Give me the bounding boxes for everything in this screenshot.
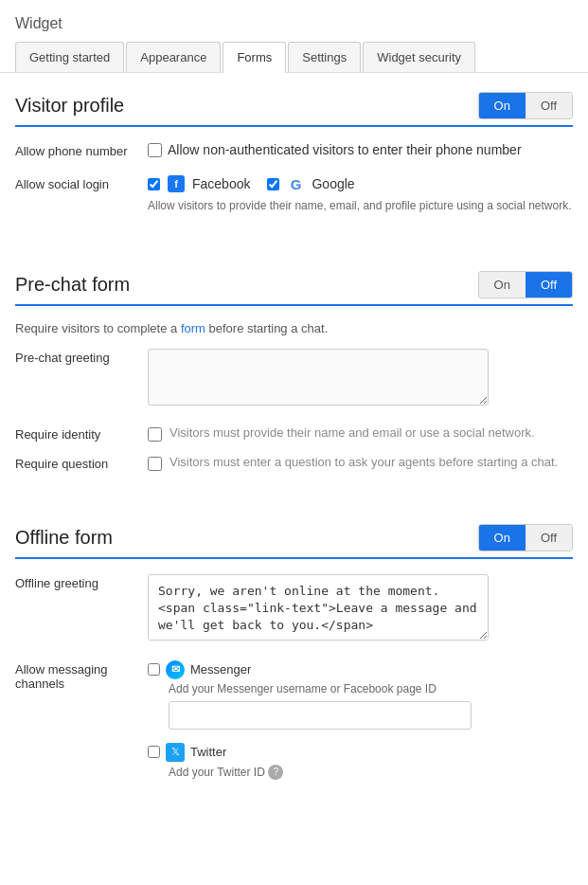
pre-chat-section: Pre-chat form On Off Require visitors to…: [15, 271, 573, 496]
visitor-profile-header: Visitor profile On Off: [15, 92, 573, 127]
facebook-checkbox[interactable]: [148, 178, 160, 190]
twitter-checkbox[interactable]: [148, 746, 160, 758]
visitor-profile-toggle-on[interactable]: On: [479, 93, 526, 118]
messenger-channel-item: ✉ Messenger Add your Messenger username …: [148, 660, 573, 730]
allow-phone-checkbox[interactable]: [148, 143, 162, 157]
allow-messaging-label: Allow messaging channels: [15, 660, 148, 691]
pre-chat-greeting-row: Pre-chat greeting: [15, 349, 573, 408]
google-label: Google: [312, 176, 354, 191]
visitor-profile-toggle: On Off: [478, 92, 573, 119]
tab-settings[interactable]: Settings: [288, 42, 361, 72]
require-question-desc: Visitors must enter a question to ask yo…: [148, 455, 573, 471]
require-question-label: Require question: [15, 455, 148, 471]
pre-chat-note: Require visitors to complete a form befo…: [15, 321, 573, 335]
pre-chat-greeting-control: [148, 349, 573, 408]
page-title: Widget: [15, 15, 62, 31]
visitor-profile-section: Visitor profile On Off Allow phone numbe…: [15, 92, 573, 243]
offline-greeting-control: Sorry, we aren't online at the moment. <…: [148, 574, 573, 643]
messenger-input[interactable]: [169, 701, 472, 730]
require-identity-checkbox[interactable]: [148, 427, 162, 442]
offline-greeting-textarea[interactable]: Sorry, we aren't online at the moment. <…: [148, 574, 489, 641]
twitter-label: Twitter: [190, 745, 226, 759]
allow-social-control: f Facebook G Google Allow visitors to pr…: [148, 175, 573, 214]
visitor-profile-body: Allow phone number Allow non-authenticat…: [15, 131, 573, 243]
tabs-bar: Getting started Appearance Forms Setting…: [0, 32, 588, 73]
allow-phone-control: Allow non-authenticated visitors to ente…: [148, 142, 573, 157]
require-identity-row: Require identity Visitors must provide t…: [15, 425, 573, 442]
tab-forms[interactable]: Forms: [223, 42, 286, 73]
require-question-row: Require question Visitors must enter a q…: [15, 455, 573, 471]
messenger-desc: Add your Messenger username or Facebook …: [169, 682, 573, 695]
messenger-input-wrap: [169, 701, 573, 730]
page-header: Widget: [0, 0, 588, 32]
require-question-checkbox[interactable]: [148, 457, 162, 471]
pre-chat-title: Pre-chat form: [15, 274, 130, 296]
offline-form-toggle: On Off: [478, 524, 573, 551]
pre-chat-toggle: On Off: [478, 271, 573, 298]
pre-chat-body: Require visitors to complete a form befo…: [15, 310, 573, 496]
visitor-profile-toggle-off[interactable]: Off: [526, 93, 572, 118]
allow-phone-desc: Allow non-authenticated visitors to ente…: [168, 142, 522, 157]
pre-chat-greeting-label: Pre-chat greeting: [15, 349, 148, 365]
offline-greeting-row: Offline greeting Sorry, we aren't online…: [15, 574, 573, 643]
offline-form-header: Offline form On Off: [15, 524, 573, 559]
pre-chat-header: Pre-chat form On Off: [15, 271, 573, 306]
twitter-help-icon[interactable]: ?: [268, 765, 283, 780]
facebook-label: Facebook: [192, 176, 250, 191]
google-checkbox[interactable]: [267, 178, 279, 190]
allow-social-label: Allow social login: [15, 175, 148, 191]
allow-phone-label: Allow phone number: [15, 142, 148, 158]
tab-appearance[interactable]: Appearance: [126, 42, 221, 72]
pre-chat-toggle-off[interactable]: Off: [526, 272, 572, 298]
allow-social-row: Allow social login f Facebook G Google A…: [15, 175, 573, 214]
require-identity-desc: Visitors must provide their name and ema…: [148, 425, 573, 442]
allow-messaging-control: ✉ Messenger Add your Messenger username …: [148, 660, 573, 793]
tab-getting-started[interactable]: Getting started: [15, 42, 124, 72]
messenger-label: Messenger: [190, 662, 251, 677]
offline-form-section: Offline form On Off Offline greeting Sor…: [15, 524, 573, 822]
facebook-icon: f: [168, 175, 185, 192]
pre-chat-toggle-on[interactable]: On: [479, 272, 526, 298]
twitter-icon: 𝕏: [166, 743, 185, 762]
twitter-channel-item: 𝕏 Twitter Add your Twitter ID ?: [148, 743, 573, 780]
offline-form-toggle-on[interactable]: On: [479, 525, 526, 551]
tab-widget-security[interactable]: Widget security: [363, 42, 475, 72]
messenger-icon: ✉: [166, 660, 185, 679]
allow-phone-row: Allow phone number Allow non-authenticat…: [15, 142, 573, 158]
social-desc: Allow visitors to provide their name, em…: [148, 198, 573, 214]
offline-form-body: Offline greeting Sorry, we aren't online…: [15, 563, 573, 822]
offline-greeting-label: Offline greeting: [15, 574, 148, 590]
visitor-profile-title: Visitor profile: [15, 95, 124, 117]
twitter-desc: Add your Twitter ID ?: [169, 765, 573, 780]
messenger-checkbox[interactable]: [148, 663, 160, 676]
messenger-header: ✉ Messenger: [148, 660, 573, 679]
allow-messaging-row: Allow messaging channels ✉ Messenger Add…: [15, 660, 573, 793]
form-link[interactable]: form: [181, 321, 209, 335]
google-icon: G: [287, 175, 304, 192]
offline-form-title: Offline form: [15, 527, 113, 549]
offline-form-toggle-off[interactable]: Off: [526, 525, 572, 551]
twitter-header: 𝕏 Twitter: [148, 743, 573, 762]
pre-chat-greeting-input[interactable]: [148, 349, 489, 406]
require-identity-label: Require identity: [15, 425, 148, 442]
